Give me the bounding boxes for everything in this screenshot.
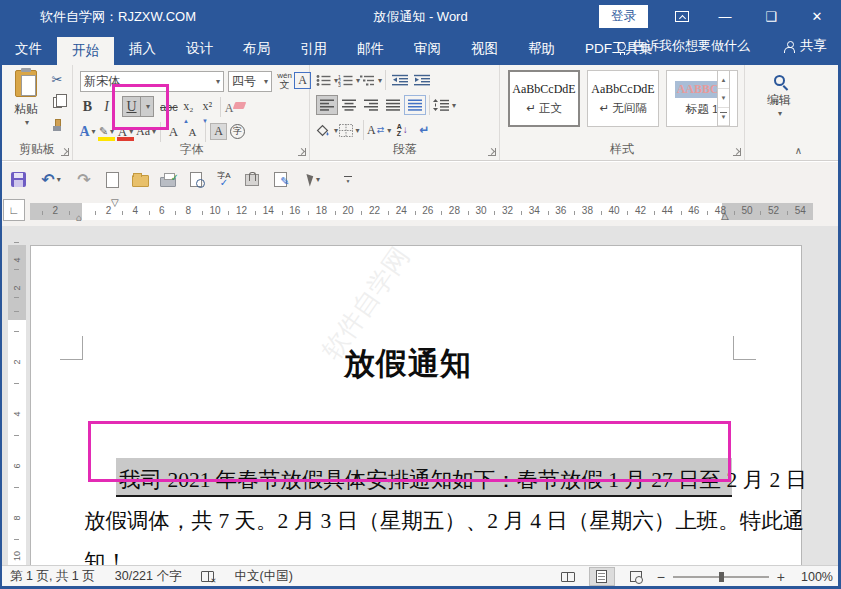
strikethrough-button[interactable]: abc [159,96,179,117]
style-card-1[interactable]: AaBbCcDdE↵ 无间隔 [587,70,659,127]
underline-button[interactable]: U [122,96,141,117]
font-size-combo[interactable]: 四号▾ [228,71,272,92]
zoom-slider[interactable] [673,576,769,578]
borders-button[interactable]: ▾ [338,120,360,140]
tab-home[interactable]: 开始 [57,37,114,65]
style-scroll-down-button[interactable]: ▼ [718,89,729,107]
tab-design[interactable]: 设计 [171,33,228,65]
document-heading[interactable]: 放假通知 [83,343,733,385]
styles-dialog-launcher[interactable] [733,148,741,156]
underline-dropdown[interactable]: ▾ [141,96,154,117]
v-ruler-strip[interactable]: 42246810 [8,245,26,565]
word-count[interactable]: 30/221 个字 [105,568,192,585]
proofing-status[interactable] [191,569,224,583]
editing-button[interactable]: 编辑 ▾ [760,71,798,118]
undo-button[interactable]: ↶▾ [34,168,68,192]
tell-me-box[interactable]: 告诉我你想要做什么 [603,37,764,55]
zoom-in-button[interactable]: + [777,570,785,584]
cut-button[interactable]: ✂ [48,71,66,87]
zoom-out-button[interactable]: − [657,570,665,584]
clipboard-dialog-launcher[interactable] [61,148,69,156]
collapse-ribbon-button[interactable]: ∧ [795,145,802,156]
phonetic-guide-button[interactable]: wén文 [275,70,294,91]
tab-help[interactable]: 帮助 [513,33,570,65]
align-center-button[interactable] [338,95,360,115]
language-indicator[interactable]: 中文(中国) [224,568,302,585]
sort-button[interactable]: AZ↓ [391,120,413,140]
numbering-button[interactable]: 123▾ [338,70,360,90]
minimize-button[interactable]: — [706,0,744,33]
bold-button[interactable]: B [78,96,97,117]
tab-stop-selector[interactable]: ∟ [3,199,25,221]
right-indent-marker[interactable]: △ [721,211,729,221]
open-button[interactable] [128,168,152,192]
style-scroll-up-button[interactable]: ▲ [718,71,729,89]
zoom-slider-thumb[interactable] [719,572,724,582]
bullets-button[interactable]: ▾ [316,70,338,90]
quick-print-button[interactable]: ✓ [156,168,180,192]
change-case-button[interactable]: Aa▾ [135,121,157,142]
style-card-0[interactable]: AaBbCcDdE↵ 正文 [508,70,580,127]
character-shading-button[interactable]: A [209,121,228,142]
superscript-button[interactable]: x² [198,96,217,117]
character-border-button[interactable]: A [293,70,312,91]
customize-qat-button[interactable]: ▼ [336,168,360,192]
enclose-characters-button[interactable]: 字 [228,121,247,142]
print-layout-button[interactable] [589,567,615,586]
justify-button[interactable] [382,95,404,115]
h-ruler-strip[interactable]: 2246810121416182022242628303234363840424… [30,203,813,220]
touch-mouse-mode-button[interactable]: ▾ [296,168,332,192]
zoom-level[interactable]: 100% [793,570,833,584]
paragraph-dialog-launcher[interactable] [488,148,496,156]
maximize-button[interactable]: ❑ [752,0,790,33]
shrink-font-button[interactable]: A▼ [183,121,202,142]
highlight-color-button[interactable]: ✎▾ [97,121,116,142]
tab-view[interactable]: 视图 [456,33,513,65]
decrease-indent-button[interactable] [389,70,411,90]
multilevel-list-button[interactable]: ▾ [360,70,382,90]
align-right-button[interactable] [360,95,382,115]
left-indent-marker[interactable]: ⌂ [76,213,82,223]
format-painter-button[interactable] [48,117,66,133]
paragraph-2-text[interactable]: 放假调体，共 7 天。2 月 3 日（星期五）、2 月 4 日（星期六）上班。特… [84,506,804,535]
distribute-button[interactable] [404,95,426,115]
tab-layout[interactable]: 布局 [228,33,285,65]
share-button[interactable]: 共享 [784,37,827,55]
selected-text-highlight[interactable]: 我司 2021 年春节放假具体安排通知如下：春节放假 1 月 27 日至 2 月… [116,458,732,497]
character-scaling-button[interactable]: A⇄▾ [367,120,391,140]
document-page[interactable]: 软件自学网 放假通知 我司 2021 年春节放假具体安排通知如下：春节放假 1 … [30,245,802,565]
page-indicator[interactable]: 第 1 页, 共 1 页 [0,568,105,585]
font-color-button[interactable]: A▾ [116,121,135,142]
subscript-button[interactable]: x₂ [179,96,198,117]
new-document-button[interactable] [100,168,124,192]
tab-references[interactable]: 引用 [285,33,342,65]
web-layout-button[interactable] [623,567,649,586]
copy-button[interactable] [48,94,66,110]
first-line-indent-marker[interactable]: ▽ [111,198,119,208]
tab-review[interactable]: 审阅 [399,33,456,65]
tab-insert[interactable]: 插入 [114,33,171,65]
ribbon-display-options-button[interactable] [663,0,701,33]
line-spacing-button[interactable]: ▾ [433,95,456,115]
tab-mailings[interactable]: 邮件 [342,33,399,65]
read-mode-button[interactable] [555,567,581,586]
save-button[interactable] [6,168,30,192]
print-preview-button[interactable] [184,168,208,192]
redo-button[interactable]: ↷ [72,168,96,192]
style-gallery-more-button[interactable]: ▼ [718,108,729,126]
spelling-grammar-button[interactable]: 字A✓ [212,168,236,192]
show-marks-button[interactable]: ↵ [413,120,435,140]
align-left-button[interactable] [316,95,338,115]
text-effects-button[interactable]: A▾ [78,121,97,142]
clear-formatting-button[interactable]: A [224,96,246,117]
login-button[interactable]: 登录 [599,5,648,28]
tab-file[interactable]: 文件 [0,33,57,65]
edit-document-button[interactable] [268,168,292,192]
grow-font-button[interactable]: A▲ [164,121,183,142]
paragraph-3-text[interactable]: 知！ [84,547,127,565]
italic-button[interactable]: I [97,96,116,117]
paste-button[interactable]: 粘贴 ▾ [8,70,44,142]
font-name-combo[interactable]: 新宋体▾ [80,71,224,92]
font-dialog-launcher[interactable] [298,148,306,156]
attachment-button[interactable] [240,168,264,192]
